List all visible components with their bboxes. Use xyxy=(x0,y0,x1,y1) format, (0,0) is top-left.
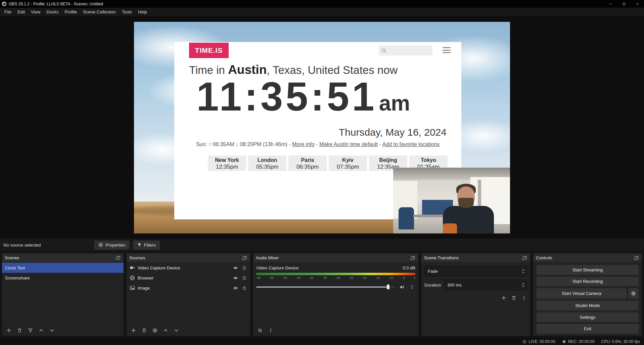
scenes-list: Clock Test Screenshare xyxy=(2,263,124,324)
controls-dock-title: Controls xyxy=(536,255,634,260)
virtual-camera-settings-button[interactable] xyxy=(628,288,639,299)
menu-scene-collection[interactable]: Scene Collection xyxy=(80,8,119,16)
webcam-overlay xyxy=(393,168,510,233)
visibility-toggle[interactable] xyxy=(232,265,238,271)
sources-dock-title: Sources xyxy=(129,255,242,260)
remove-transition-button[interactable] xyxy=(510,294,517,301)
sources-toolbar xyxy=(127,324,250,336)
mixer-db-value: 0.0 dB xyxy=(403,265,415,270)
add-scene-button[interactable] xyxy=(5,327,12,334)
move-scene-down-button[interactable] xyxy=(48,327,55,334)
menu-file[interactable]: File xyxy=(1,8,14,16)
source-item-browser[interactable]: Browser xyxy=(127,273,250,283)
properties-button[interactable]: Properties xyxy=(94,241,129,250)
scene-label: Clock Test xyxy=(5,265,121,270)
popout-icon[interactable] xyxy=(116,255,121,261)
start-recording-button[interactable]: Start Recording xyxy=(537,277,639,287)
menu-help[interactable]: Help xyxy=(135,8,150,16)
timeis-search-box xyxy=(379,45,432,55)
scene-label: Screenshare xyxy=(5,275,121,281)
stream-status-icon xyxy=(522,340,526,344)
maximize-button[interactable] xyxy=(617,0,631,8)
visibility-toggle[interactable] xyxy=(232,275,238,281)
remove-scene-button[interactable] xyxy=(16,327,23,334)
source-label: Image xyxy=(138,286,230,291)
scene-item-clock-test[interactable]: Clock Test xyxy=(2,263,124,273)
scenes-dock-title: Scenes xyxy=(5,255,116,260)
controls-dock-header[interactable]: Controls xyxy=(533,253,642,263)
add-source-button[interactable] xyxy=(130,327,137,334)
transitions-body: Fade Duration 300 ms xyxy=(421,263,530,336)
transitions-dock-header[interactable]: Scene Transitions xyxy=(421,253,530,263)
mixer-channel-menu-button[interactable] xyxy=(409,284,415,290)
sources-list: Video Capture Device Browser Image xyxy=(127,263,250,324)
source-item-image[interactable]: Image xyxy=(127,283,250,293)
scene-transitions-dock: Scene Transitions Fade Duration 300 ms xyxy=(421,253,530,336)
minimize-button[interactable] xyxy=(604,0,617,8)
scene-item-screenshare[interactable]: Screenshare xyxy=(2,273,124,283)
settings-button[interactable]: Settings xyxy=(537,312,639,322)
volume-slider-handle[interactable] xyxy=(387,285,389,289)
video-camera-icon xyxy=(130,265,135,270)
source-toolbar: No source selected Properties Filters xyxy=(0,239,644,251)
move-source-down-button[interactable] xyxy=(173,327,180,334)
status-bar: LIVE: 00:00:00 REC: 00:00:00 CPU: 0.6%, … xyxy=(0,338,644,345)
start-virtual-camera-button[interactable]: Start Virtual Camera xyxy=(537,288,627,299)
menu-docks[interactable]: Docks xyxy=(43,8,61,16)
menu-edit[interactable]: Edit xyxy=(14,8,28,16)
scene-filters-button[interactable] xyxy=(27,327,34,334)
lock-toggle[interactable] xyxy=(241,285,247,291)
lock-toggle[interactable] xyxy=(241,265,247,271)
remove-source-button[interactable] xyxy=(141,327,147,334)
add-transition-button[interactable] xyxy=(500,294,507,301)
source-item-video-capture[interactable]: Video Capture Device xyxy=(127,263,250,273)
duration-input[interactable]: 300 ms xyxy=(444,279,527,290)
more-info-link: More info xyxy=(292,141,315,147)
mute-button[interactable] xyxy=(399,284,405,290)
title-bar: OBS 29.1.2 - Profile: LLHLS BETA - Scene… xyxy=(0,0,644,8)
image-icon xyxy=(130,285,135,291)
popout-icon[interactable] xyxy=(242,255,247,261)
timeis-date: Thursday, May 16, 2024 xyxy=(339,127,447,138)
preview-area: TIME.IS Time in Austin, Texas, United St… xyxy=(0,16,644,239)
studio-mode-button[interactable]: Studio Mode xyxy=(537,301,639,310)
scenes-toolbar xyxy=(2,324,124,336)
move-source-up-button[interactable] xyxy=(162,327,169,334)
scenes-dock-header[interactable]: Scenes xyxy=(2,253,124,263)
popout-icon[interactable] xyxy=(410,255,416,261)
exit-button[interactable]: Exit xyxy=(537,324,639,334)
filters-button[interactable]: Filters xyxy=(133,241,160,250)
audio-mixer-dock-header[interactable]: Audio Mixer xyxy=(253,253,418,263)
volume-slider[interactable] xyxy=(256,285,395,289)
performance-stats: CPU: 0.6%, 30.00 fps xyxy=(601,339,640,344)
transition-select[interactable]: Fade xyxy=(424,266,527,276)
sources-dock-header[interactable]: Sources xyxy=(127,253,250,263)
mixer-menu-button[interactable] xyxy=(267,327,274,334)
menu-view[interactable]: View xyxy=(28,8,43,16)
move-scene-up-button[interactable] xyxy=(38,327,44,334)
globe-icon xyxy=(130,275,135,281)
city-tile: Kyiv07:35pm xyxy=(329,156,367,171)
spinner-arrows-icon[interactable] xyxy=(522,283,525,287)
lock-toggle[interactable] xyxy=(241,275,247,281)
start-streaming-button[interactable]: Start Streaming xyxy=(537,265,639,275)
popout-icon[interactable] xyxy=(634,255,639,261)
source-properties-button[interactable] xyxy=(151,327,158,334)
popout-icon[interactable] xyxy=(522,255,527,261)
audio-mixer-toolbar xyxy=(253,324,418,336)
close-button[interactable] xyxy=(631,0,644,8)
transition-menu-button[interactable] xyxy=(520,294,527,301)
scenes-dock: Scenes Clock Test Screenshare xyxy=(2,253,124,336)
advanced-audio-button[interactable] xyxy=(257,327,263,334)
audio-mixer-dock: Audio Mixer Video Capture Device 0.0 dB … xyxy=(253,253,418,336)
city-tile: New York12:35pm xyxy=(208,156,246,171)
add-favorite-link: Add to favorite locations xyxy=(382,141,440,147)
preview-canvas[interactable]: TIME.IS Time in Austin, Texas, United St… xyxy=(134,22,510,233)
menu-profile[interactable]: Profile xyxy=(61,8,80,16)
person-beard xyxy=(458,198,474,208)
obs-logo-icon[interactable] xyxy=(2,1,7,6)
timeis-logo: TIME.IS xyxy=(189,43,229,58)
source-label: Video Capture Device xyxy=(138,265,230,270)
menu-tools[interactable]: Tools xyxy=(119,8,135,16)
visibility-toggle[interactable] xyxy=(232,285,238,291)
